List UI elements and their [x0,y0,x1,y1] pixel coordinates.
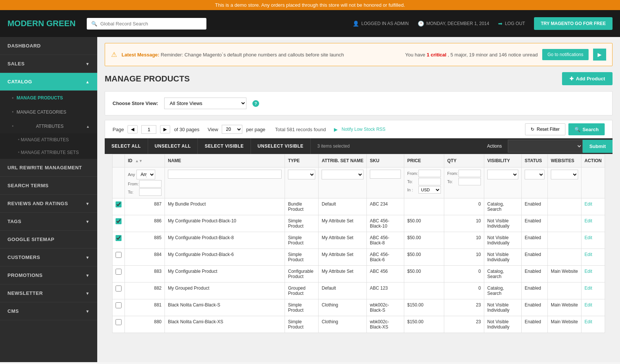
sidebar-item-tags[interactable]: TAGS ▼ [0,213,97,231]
row-checkbox[interactable] [116,269,122,275]
col-action: ACTION [581,154,605,167]
row-checkbox-cell[interactable] [113,299,125,316]
sidebar-item-search-terms[interactable]: SEARCH TERMS [0,177,97,195]
row-name: My Configurable Product-Black-6 [165,249,285,266]
edit-link[interactable]: Edit [584,218,592,223]
filter-price-in-row: In : USD [407,186,441,194]
notification-arrow-button[interactable]: ▶ [593,49,606,61]
sidebar-item-reviews[interactable]: REVIEWS AND RATINGS ▼ [0,195,97,213]
edit-link[interactable]: Edit [584,235,592,240]
select-visible-button[interactable]: SELECT VISIBLE [198,138,251,154]
row-action[interactable]: Edit [581,299,605,316]
sidebar-item-manage-attributes[interactable]: MANAGE ATTRIBUTES [0,133,97,146]
select-all-button[interactable]: SELECT ALL [105,138,148,154]
filter-websites-select[interactable] [551,170,578,179]
search-input[interactable] [100,21,202,27]
filter-qty-from[interactable] [458,170,481,177]
search-button[interactable]: 🔍 Search [568,123,605,135]
sidebar-item-attributes[interactable]: ATTRIBUTES ▲ [0,119,97,133]
sidebar-item-catalog[interactable]: CATALOG ▲ [0,73,97,91]
unselect-all-button[interactable]: UNSELECT ALL [148,138,198,154]
row-action[interactable]: Edit [581,316,605,333]
sidebar-item-promotions[interactable]: PROMOTIONS ▼ [0,266,97,284]
edit-link[interactable]: Edit [584,201,592,207]
row-checkbox[interactable] [116,319,122,325]
filter-status-select[interactable] [525,170,544,179]
filter-qty-to[interactable] [458,178,481,185]
sidebar-item-sales[interactable]: SALES ▼ [0,55,97,73]
add-product-button[interactable]: ✚ Add Product [562,72,613,85]
sidebar-item-customers[interactable]: CUSTOMERS ▼ [0,249,97,266]
from-label: From: [447,171,457,176]
logout-info[interactable]: ➡ LOG OUT [498,21,525,27]
filter-id-to[interactable] [139,188,162,196]
row-action[interactable]: Edit [581,232,605,249]
global-search-bar[interactable]: 🔍 [87,18,206,30]
sidebar-item-newsletter[interactable]: NEWSLETTER ▼ [0,284,97,302]
row-checkbox-cell[interactable] [113,266,125,283]
row-checkbox-cell[interactable] [113,198,125,215]
submit-button[interactable]: Submit [583,140,613,153]
row-checkbox[interactable] [116,201,122,207]
filter-attrib-select[interactable] [322,170,363,179]
row-checkbox-cell[interactable] [113,215,125,232]
edit-link[interactable]: Edit [584,269,592,274]
row-checkbox-cell[interactable] [113,316,125,333]
row-attrib-set: My Attribute Set [319,232,367,249]
filter-currency-select[interactable]: USD [418,186,441,194]
row-checkbox[interactable] [116,218,122,224]
store-view-select[interactable]: All Store Views [164,98,246,109]
row-price [404,283,444,299]
row-checkbox-cell[interactable] [113,249,125,266]
row-sku: wbk002c-Black-XS [367,316,404,333]
rss-link[interactable]: Notify Low Stock RSS [341,127,385,132]
logout-icon: ➡ [498,21,503,27]
actions-label: Actions [481,138,508,154]
filter-name-input[interactable] [168,170,282,179]
row-checkbox[interactable] [116,302,122,308]
edit-link[interactable]: Edit [584,286,592,291]
row-sku: ABC 456 [367,266,404,283]
row-checkbox-cell[interactable] [113,232,125,249]
row-action[interactable]: Edit [581,198,605,215]
row-action[interactable]: Edit [581,266,605,283]
row-action[interactable]: Edit [581,215,605,232]
help-icon[interactable]: ? [252,100,259,107]
row-checkbox[interactable] [116,286,122,291]
go-to-notifications-button[interactable]: Go to notifications [542,49,589,60]
row-checkbox[interactable] [116,252,122,258]
sidebar-item-url-rewrite[interactable]: URL REWRITE MANAGEMENT [0,159,97,177]
page-number-input[interactable] [141,125,156,134]
sidebar-item-manage-attribute-sets[interactable]: MANAGE ATTRIBUTE SETS [0,146,97,159]
actions-select[interactable]: Delete Change Status [508,140,583,152]
per-page-select[interactable]: 2050100 [222,125,242,134]
sidebar-item-manage-products[interactable]: MANAGE PRODUCTS [0,91,97,105]
try-magento-button[interactable]: TRY MAGENTO GO FOR FREE [534,17,613,30]
filter-id-from[interactable] [139,180,162,188]
row-checkbox[interactable] [116,235,122,241]
filter-vis-select[interactable] [487,170,518,179]
edit-link[interactable]: Edit [584,252,592,257]
reset-filter-button[interactable]: ↻ Reset Filter [525,123,565,135]
col-id[interactable]: ID ▲▼ [125,154,165,167]
row-action[interactable]: Edit [581,249,605,266]
filter-price-to[interactable] [418,178,441,185]
filter-type-select[interactable] [288,170,315,179]
row-checkbox-cell[interactable] [113,283,125,299]
sidebar-item-manage-categories[interactable]: MANAGE CATEGORIES [0,105,97,119]
sidebar-item-dashboard[interactable]: DASHBOARD [0,37,97,55]
edit-link[interactable]: Edit [584,319,592,324]
unselect-visible-button[interactable]: UNSELECT VISIBLE [251,138,311,154]
search-icon: 🔍 [574,127,580,132]
edit-link[interactable]: Edit [584,302,592,308]
filter-price-from[interactable] [418,170,441,177]
filter-any-select[interactable]: Any [136,170,155,179]
row-qty: 10 [444,249,484,266]
next-page-button[interactable]: ▶ [160,125,170,133]
sidebar-item-google-sitemap[interactable]: GOOGLE SITEMAP [0,231,97,249]
filter-sku-input[interactable] [370,170,401,179]
row-action[interactable]: Edit [581,283,605,299]
prev-page-button[interactable]: ◀ [128,125,138,133]
row-websites [548,215,581,232]
sidebar-item-cms[interactable]: CMS ▼ [0,302,97,320]
